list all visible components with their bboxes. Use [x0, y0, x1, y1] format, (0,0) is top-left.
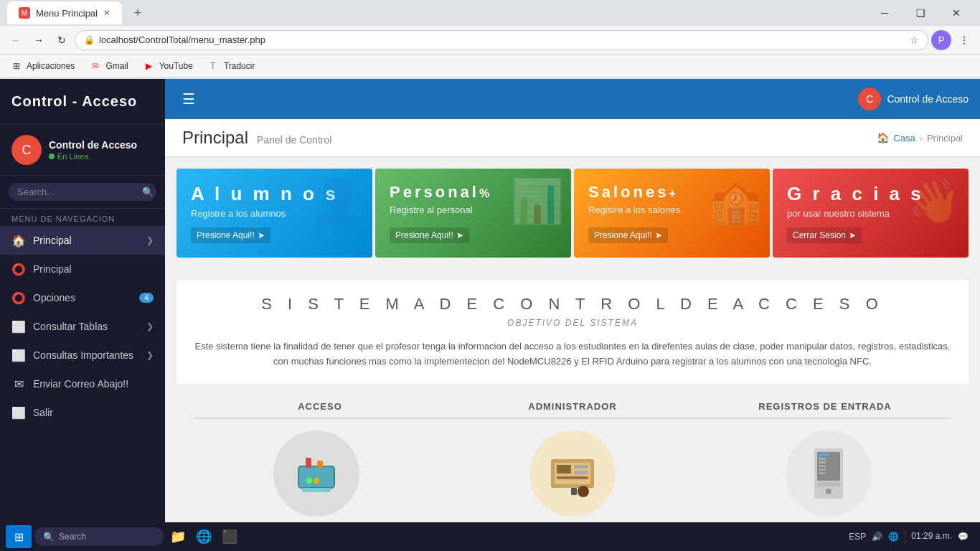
youtube-icon: ▶ — [146, 61, 156, 71]
bookmark-aplicaciones[interactable]: ⊞ Aplicaciones — [9, 59, 79, 73]
chevron-right-icon: ❯ — [146, 235, 154, 245]
acceso-image-wrap — [194, 430, 438, 517]
bookmark-label: Gmail — [105, 61, 128, 71]
home-breadcrumb-icon: 🏠 — [877, 132, 889, 143]
sidebar-item-opciones[interactable]: ⭕ Opciones 4 — [0, 283, 165, 312]
profile-button[interactable]: P — [931, 30, 951, 50]
extensions-button[interactable]: ⋮ — [954, 30, 974, 50]
taskbar-search[interactable]: 🔍 Search — [34, 527, 164, 546]
user-status: En Linea — [49, 152, 137, 161]
sidebar-item-enviar-correo[interactable]: ✉ Enviar Correo Abajo!! — [0, 369, 165, 398]
refresh-button[interactable]: ↻ — [52, 30, 72, 50]
svg-rect-13 — [571, 488, 577, 495]
sidebar-user: C Control de Acceso En Linea — [0, 125, 165, 176]
tab-title: Menu Principal — [36, 8, 98, 19]
nav-label: Opciones — [33, 292, 132, 303]
svg-rect-16 — [819, 453, 829, 456]
tab-close-button[interactable]: ✕ — [103, 8, 110, 18]
arrow-icon: ➤ — [456, 230, 463, 240]
card-action[interactable]: Presione Aqui!! ➤ — [191, 227, 270, 243]
arrow-icon: ➤ — [849, 230, 856, 240]
nav-badge: 4 — [139, 293, 154, 303]
breadcrumb: 🏠 Casa › Principal — [877, 132, 963, 143]
tray-volume-icon[interactable]: 🔊 — [872, 532, 882, 542]
system-section: S I S T E M A D E C O N T R O L D E A C … — [176, 281, 969, 384]
maximize-button[interactable]: ❑ — [904, 1, 937, 24]
card-bg-decoration: 👤 — [311, 176, 365, 227]
svg-point-4 — [314, 478, 319, 484]
tray-time[interactable]: 01:29 a.m. — [911, 531, 952, 542]
close-button[interactable]: ✕ — [940, 1, 973, 24]
bookmark-gmail[interactable]: ✉ Gmail — [88, 59, 132, 73]
taskbar-browser-icon[interactable]: 🌐 — [192, 525, 215, 548]
taskbar-vscode-icon[interactable]: ⬛ — [218, 525, 241, 548]
browser-chrome: M Menu Principal ✕ + ─ ❑ ✕ ← → ↻ 🔒 local… — [0, 0, 980, 79]
top-bar: ☰ C Control de Acceso — [165, 79, 980, 119]
top-bar-username: Control de Acceso — [887, 93, 969, 105]
bookmark-youtube[interactable]: ▶ YouTube — [141, 59, 197, 73]
svg-rect-23 — [817, 482, 840, 486]
table-icon: ⬜ — [11, 319, 26, 334]
page-subtitle: Panel de Control — [257, 134, 331, 146]
tray-network-icon[interactable]: 🌐 — [888, 532, 899, 542]
nav-label: Salir — [33, 407, 154, 418]
label-administrador: ADMINISTRADOR — [446, 395, 699, 419]
start-button[interactable]: ⊞ — [6, 525, 32, 548]
registros-image-wrap — [707, 430, 951, 517]
card-action[interactable]: Presione Aqui!! ➤ — [588, 227, 668, 243]
bottom-section: ACCESO ADMINISTRADOR REGISTROS DE ENTRAD… — [176, 395, 969, 517]
admin-device-svg — [544, 445, 601, 502]
breadcrumb-casa[interactable]: Casa — [893, 133, 915, 143]
back-button[interactable]: ← — [6, 30, 26, 50]
label-acceso: ACCESO — [194, 395, 446, 419]
search-input[interactable] — [17, 187, 138, 197]
taskbar-explorer-icon[interactable]: 📁 — [166, 525, 189, 548]
svg-rect-18 — [819, 461, 826, 463]
minimize-button[interactable]: ─ — [868, 1, 901, 24]
svg-rect-0 — [298, 466, 334, 488]
tray-notification-icon[interactable]: 💬 — [958, 532, 969, 542]
bookmark-star-icon[interactable]: ☆ — [910, 34, 919, 46]
card-action[interactable]: Presione Aqui!! ➤ — [390, 227, 469, 243]
svg-rect-21 — [819, 472, 826, 474]
user-info: Control de Acceso En Linea — [49, 139, 137, 161]
main-content: ☰ C Control de Acceso Principal Panel de… — [165, 79, 980, 551]
search-icon[interactable]: 🔍 — [142, 187, 154, 197]
avatar: C — [11, 135, 42, 165]
card-action-cerrar-sesion[interactable]: Cerrar Sesion ➤ — [787, 227, 862, 243]
acceso-device-image — [273, 430, 359, 517]
circle-icon: ⭕ — [11, 262, 26, 276]
svg-rect-1 — [306, 458, 311, 468]
sidebar-item-consultas-importantes[interactable]: ⬜ Consultas Importantes ❯ — [0, 341, 165, 369]
sidebar-item-principal-1[interactable]: 🏠 Principal ❯ — [0, 226, 165, 255]
forward-button[interactable]: → — [29, 30, 49, 50]
new-tab-button[interactable]: + — [128, 3, 148, 23]
sidebar-header: Control - Acceso — [0, 79, 165, 125]
system-title: S I S T E M A D E C O N T R O L D E A C … — [194, 295, 951, 314]
card-salones[interactable]: Salones+ Registre a los salones Presione… — [574, 169, 770, 258]
bookmark-label: Aplicaciones — [27, 61, 75, 71]
browser-tab[interactable]: M Menu Principal ✕ — [7, 1, 122, 24]
registros-device-image — [786, 430, 872, 517]
sidebar-item-consultar-tablas[interactable]: ⬜ Consultar Tablas ❯ — [0, 312, 165, 341]
nav-label: Principal — [33, 235, 139, 246]
system-description: Este sistema tiene la finalidad de tener… — [194, 339, 951, 369]
user-name: Control de Acceso — [49, 139, 137, 151]
nav-section-label: Menu de Navegacion — [0, 209, 165, 226]
bookmark-traducir[interactable]: T Traducir — [206, 59, 260, 73]
sidebar-item-principal-2[interactable]: ⭕ Principal — [0, 255, 165, 283]
svg-rect-19 — [819, 465, 826, 467]
status-indicator — [49, 154, 55, 159]
card-alumnos[interactable]: A l u m n o s Registre a los alumnos Pre… — [176, 169, 372, 258]
sidebar-item-salir[interactable]: ⬜ Salir — [0, 398, 165, 427]
svg-rect-9 — [574, 465, 588, 468]
hamburger-button[interactable]: ☰ — [176, 88, 201, 110]
address-bar[interactable]: 🔒 localhost/ControlTotal/menu_master.php… — [75, 30, 928, 50]
options-icon: ⭕ — [11, 291, 26, 305]
card-gracias[interactable]: G r a c i a s por usar nuestro sistema C… — [773, 169, 969, 258]
chevron-right-icon: ❯ — [146, 350, 154, 360]
svg-point-22 — [826, 489, 831, 494]
svg-rect-5 — [302, 488, 331, 492]
cards-container: A l u m n o s Registre a los alumnos Pre… — [165, 157, 980, 269]
card-personal[interactable]: Personal% Registre al personal Presione … — [375, 169, 571, 258]
